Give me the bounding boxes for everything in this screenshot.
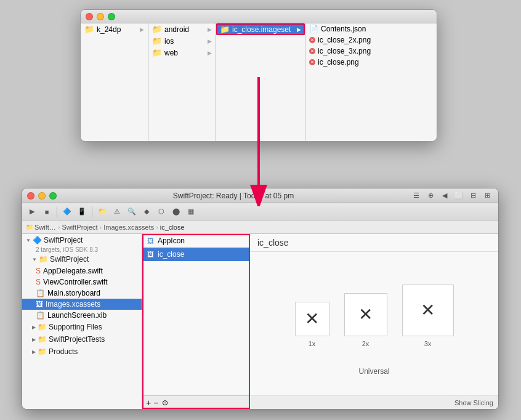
finder-item-android[interactable]: 📁 android ▶: [148, 23, 216, 35]
finder-item-android-label: android: [164, 25, 189, 34]
nav-search-icon[interactable]: 🔍: [126, 206, 138, 218]
sidebar-item-mainstoryboard[interactable]: 📋 Main.storyboard: [22, 288, 142, 299]
finder-item-web-label: web: [164, 49, 178, 57]
xcode-assets-panel: 🖼 AppIcon 🖼 ic_close + − ⊙: [142, 234, 250, 409]
sidebar-item-products[interactable]: ▶ 📁 Products: [22, 345, 142, 358]
finder-col-4: 📄 Contents.json ✕ ic_close_2x.png ✕ ic_c…: [305, 23, 437, 141]
appicon-icon: 🖼: [147, 237, 154, 244]
xib-icon: 📋: [36, 311, 45, 320]
minimize-button[interactable]: [97, 13, 104, 20]
sidebar-item-launchscreen[interactable]: 📋 LaunchScreen.xib: [22, 310, 142, 321]
sidebar-item-viewcontroller[interactable]: S ViewController.swift: [22, 277, 142, 288]
nav-folder-icon[interactable]: 📁: [96, 206, 108, 218]
finder-item-k24dp[interactable]: 📁 k_24dp ▶: [81, 23, 148, 35]
toolbar-layout3-icon[interactable]: ⊞: [481, 190, 493, 202]
slot-2x-label: 2x: [362, 340, 370, 347]
finder-item-web[interactable]: 📁 web ▶: [148, 47, 216, 59]
folder-icon: 📁: [152, 36, 162, 46]
nav-bookmark-icon[interactable]: ◆: [140, 206, 153, 218]
x-badge: ✕: [309, 59, 315, 65]
x-badge: ✕: [309, 37, 315, 43]
x-mark-1x: ✕: [305, 309, 319, 329]
collapse-triangle: ▼: [26, 238, 31, 243]
finder-item-ios[interactable]: 📁 ios ▶: [148, 35, 216, 47]
expand-triangle: ▶: [32, 349, 36, 355]
middle-item-appicon-label: AppIcon: [158, 236, 185, 245]
finder-item-ic-close-2x[interactable]: ✕ ic_close_2x.png: [305, 34, 437, 46]
sidebar-item-appdelegate[interactable]: S AppDelegate.swift: [22, 265, 142, 277]
nav-breakpoint-icon[interactable]: ⬡: [155, 206, 168, 218]
sidebar-item-launchscreen-label: LaunchScreen.xib: [47, 311, 107, 320]
sidebar-item-appdelegate-label: AppDelegate.swift: [43, 267, 103, 275]
xcassets-icon: 🖼: [36, 300, 43, 309]
remove-asset-button[interactable]: −: [153, 398, 158, 408]
toolbar-separator-2: [92, 206, 92, 217]
stop-button[interactable]: ■: [41, 206, 53, 218]
nav-debug-icon[interactable]: ⬤: [170, 206, 182, 218]
expand-arrow: ▶: [208, 26, 212, 33]
scheme-selector[interactable]: ▶: [26, 206, 38, 218]
folder-icon: 📁: [220, 25, 230, 34]
zoom-button[interactable]: [49, 192, 57, 200]
finder-col-2: 📁 android ▶ 📁 ios ▶ 📁 web ▶: [148, 23, 216, 141]
device-selector[interactable]: 📱: [76, 206, 88, 218]
finder-item-contents-json-label: Contents.json: [321, 25, 366, 33]
toolbar-layout-icon[interactable]: ⬜: [453, 190, 465, 202]
sidebar-project-root[interactable]: ▼ 🔷 SwiftProject: [22, 234, 142, 246]
toolbar-list-icon[interactable]: ☰: [410, 190, 422, 202]
slot-3x-label: 3x: [424, 340, 432, 347]
toolbar-back-icon[interactable]: ◀: [438, 190, 451, 202]
nav-warning-icon[interactable]: ⚠: [111, 206, 123, 218]
folder-icon: 📁: [84, 25, 94, 34]
sidebar-item-supporting-files[interactable]: ▶ 📁 Supporting Files: [22, 321, 142, 333]
nav-report-icon[interactable]: ▦: [185, 206, 197, 218]
x-mark-2x: ✕: [358, 304, 373, 325]
sidebar-item-viewcontroller-label: ViewController.swift: [43, 278, 107, 286]
ic-close-icon: 🖼: [147, 251, 154, 258]
add-asset-button[interactable]: +: [146, 398, 151, 408]
breadcrumb-swift[interactable]: Swift…: [34, 224, 56, 231]
finder-item-ic-close-png[interactable]: ✕ ic_close.png: [305, 57, 437, 68]
slot-2x-box[interactable]: ✕: [344, 293, 387, 336]
toolbar-layout2-icon[interactable]: ⊟: [467, 190, 479, 202]
middle-item-appicon[interactable]: 🖼 AppIcon: [142, 234, 249, 248]
options-button[interactable]: ⊙: [162, 398, 168, 407]
sidebar-item-supporting-files-label: Supporting Files: [49, 323, 102, 331]
finder-item-contents-json[interactable]: 📄 Contents.json: [305, 23, 437, 34]
swift-icon: S: [36, 278, 41, 286]
xcode-window: SwiftProject: Ready | Today at 05 pm ☰ ⊕…: [22, 188, 499, 410]
slot-2x: ✕ 2x: [344, 293, 387, 347]
slot-3x-box[interactable]: ✕: [402, 285, 454, 336]
breadcrumb-ic-close[interactable]: ic_close: [160, 224, 185, 231]
xcode-sidebar: ▼ 🔷 SwiftProject 2 targets, iOS SDK 8.3 …: [22, 234, 142, 409]
close-button[interactable]: [86, 13, 93, 20]
toolbar-separator: [57, 206, 57, 217]
folder-icon: 📁: [152, 48, 162, 57]
project-icon: 🔷: [33, 236, 42, 244]
breadcrumb: 📁 Swift… › SwiftProject › Images.xcasset…: [22, 220, 498, 234]
x-badge: ✕: [309, 48, 315, 54]
slot-1x: ✕ 1x: [295, 302, 329, 347]
universal-label: Universal: [358, 367, 389, 376]
group-icon: 📁: [38, 347, 47, 356]
toolbar-share-icon[interactable]: ⊕: [424, 190, 437, 202]
finder-item-ic-close-3x[interactable]: ✕ ic_close_3x.png: [305, 46, 437, 57]
close-button[interactable]: [27, 192, 34, 200]
middle-item-ic-close[interactable]: 🖼 ic_close: [142, 248, 249, 261]
breadcrumb-images[interactable]: Images.xcassets: [103, 224, 154, 231]
zoom-button[interactable]: [108, 13, 115, 20]
imageset-footer: Show Slicing: [250, 395, 498, 409]
sidebar-item-products-label: Products: [49, 347, 78, 356]
sidebar-item-images-xcassets[interactable]: 🖼 Images.xcassets: [22, 299, 142, 310]
show-slicing-button[interactable]: Show Slicing: [454, 399, 493, 406]
sidebar-swiftproject-group[interactable]: ▼ 📁 SwiftProject: [22, 253, 142, 265]
imageset-title: ic_close: [250, 234, 498, 252]
breadcrumb-swiftproject[interactable]: SwiftProject: [62, 224, 98, 231]
slot-1x-box[interactable]: ✕: [295, 302, 329, 336]
sidebar-item-tests[interactable]: ▶ 📁 SwiftProjectTests: [22, 333, 142, 345]
finder-titlebar: [81, 10, 437, 23]
minimize-button[interactable]: [38, 192, 46, 200]
finder-item-ic-close-imageset[interactable]: 📁 ic_close.imageset ▶: [216, 23, 305, 35]
scheme-icon[interactable]: 🔷: [61, 206, 73, 218]
sidebar-project-label: SwiftProject: [44, 236, 83, 244]
